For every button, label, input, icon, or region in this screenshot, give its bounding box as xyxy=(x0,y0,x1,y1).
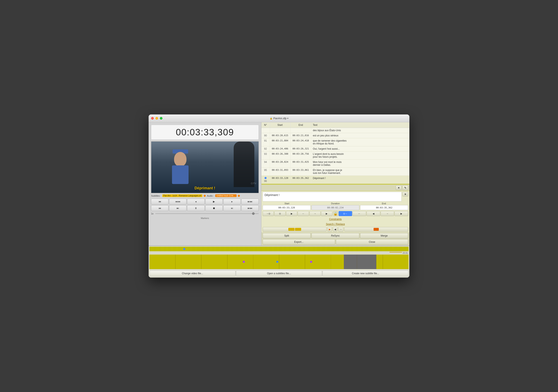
split-button[interactable]: Split xyxy=(263,233,311,238)
create-subtitle-button[interactable]: Create new subtitle file... xyxy=(323,270,409,276)
table-row[interactable]: 9100:03:21,88400:03:24,418que de ramener… xyxy=(262,138,410,146)
right-sync-group: ⊙→ ← ◀ → ▶ xyxy=(339,211,408,216)
start-time-input[interactable] xyxy=(263,205,311,210)
export-button[interactable]: Export... xyxy=(263,239,335,245)
waveform-main[interactable] xyxy=(149,255,409,269)
table-row[interactable]: 9000:03:20,61500:03:21,816est un peu plu… xyxy=(262,133,410,138)
subtitles-file-badge[interactable]: Pan Am - 1x14 - Romance Languages.srt xyxy=(162,194,202,197)
waveform-yellow-right xyxy=(376,255,409,269)
markers-ctrl-row: ▶ ◀ → xyxy=(262,226,410,232)
table-row[interactable]: 9200:03:24,48600:03:26,321Oui, l'argent … xyxy=(262,146,410,151)
table-row[interactable]: 9600:03:33,12800:03:35,362Déprimant ! xyxy=(262,176,410,184)
constraints-link[interactable]: Constraints xyxy=(329,218,342,221)
right-marker-bar xyxy=(344,227,408,232)
set-start-btn[interactable]: ⊙ xyxy=(274,211,285,216)
right-marker-btn[interactable]: → xyxy=(338,227,343,232)
next-frame-button[interactable]: ⏯ xyxy=(223,205,241,211)
bottom-buttons: Change video file... Open a subtitles fi… xyxy=(148,269,410,278)
play-end-btn[interactable]: ▶ xyxy=(394,211,408,216)
step-forward-button[interactable]: ▸ xyxy=(223,199,241,204)
back-start-btn[interactable]: ← xyxy=(298,211,309,216)
fast-forward-button[interactable]: ⏭⏭ xyxy=(241,199,259,204)
step-back-button[interactable]: ◂ xyxy=(187,199,204,204)
right-marker-orange xyxy=(374,228,379,231)
start-label: Start xyxy=(263,202,311,205)
table-row[interactable]: 9400:03:28,82400:03:31,025Mon futur est … xyxy=(262,160,410,168)
wf-tick-3 xyxy=(227,255,227,269)
cell-num: 94 xyxy=(262,160,270,168)
cell-end xyxy=(290,128,311,133)
cell-text: Eh bien, je suppose que je suis ton futu… xyxy=(311,168,410,176)
waveform-marker-purple-2 xyxy=(310,261,312,263)
table-row[interactable]: 9500:03:31,09300:03:33,061Eh bien, je su… xyxy=(262,168,410,176)
cell-num: 92 xyxy=(262,146,270,151)
speed-row: 1x xyxy=(151,212,259,215)
search-replace-row: Search / Replace xyxy=(262,221,410,226)
go-to-end-btn[interactable]: ⊙→ xyxy=(339,211,352,216)
stop-button[interactable]: ⏹ xyxy=(205,205,223,211)
titlebar-title: 🔒 PanAm.sfp ▾ xyxy=(270,117,288,120)
video-subtitle: Déprimant ! xyxy=(195,186,215,191)
watermark: CITV xyxy=(251,182,256,185)
speed-slider[interactable] xyxy=(155,213,259,214)
table-row[interactable]: 9300:03:26,38800:03:28,756L'argent dont … xyxy=(262,151,410,160)
prev-frame-button[interactable]: ⏭ xyxy=(169,205,186,211)
end-time-input[interactable] xyxy=(360,205,408,210)
markers-label: Markers xyxy=(151,217,259,219)
play-button[interactable]: ▶ xyxy=(205,199,223,204)
transport-row-1: ⏮ ⏮⏮ ◂ ▶ ▸ ⏭⏭ xyxy=(151,199,259,204)
edit-icon-button[interactable]: ✎ xyxy=(402,185,408,190)
cell-start: 00:03:31,093 xyxy=(270,168,290,176)
wf-tick-5 xyxy=(279,255,279,269)
maximize-button[interactable] xyxy=(160,117,163,120)
back-marker-btn[interactable]: ◀ xyxy=(333,227,337,232)
cell-num: 95 xyxy=(262,168,270,176)
cell-end: 00:03:33,061 xyxy=(290,168,311,176)
open-subtitles-button[interactable]: Open a subtitles file... xyxy=(236,270,322,276)
audio-file-badge[interactable]: Untitled track (Unk.... xyxy=(215,194,236,197)
cell-end: 00:03:28,756 xyxy=(290,151,311,160)
text-edit-side-buttons: ✕ xyxy=(402,192,408,196)
col-end: End xyxy=(290,122,311,128)
pause-button[interactable]: ⏸ xyxy=(187,205,204,211)
table-row[interactable]: des bijoux aux États-Unis xyxy=(262,128,410,133)
cell-end: 00:03:21,816 xyxy=(290,133,311,138)
cell-num: 93 xyxy=(262,151,270,160)
play-marker-btn[interactable]: ▶ xyxy=(327,227,332,232)
text-delete-button[interactable]: ✕ xyxy=(402,192,408,196)
prev-subtitle-button[interactable]: ⏮ xyxy=(151,205,168,211)
close-button[interactable] xyxy=(151,117,154,120)
wf-tick-6 xyxy=(305,255,305,269)
video-preview: CITV Déprimant ! xyxy=(151,141,259,193)
play-start-btn[interactable]: ▶ xyxy=(321,211,332,216)
subtitle-table-container: N° Start End Text des bijoux aux États-U… xyxy=(262,122,410,184)
resync-button[interactable]: ReSync xyxy=(312,233,359,238)
forward-end-btn[interactable]: → xyxy=(381,211,394,216)
waveform-mini[interactable] xyxy=(149,247,409,251)
action-row-1: Split ReSync Merge xyxy=(263,233,408,238)
prev-end-btn[interactable]: ◀ xyxy=(366,211,380,216)
skip-to-start-button[interactable]: ⏮ xyxy=(151,199,168,204)
cell-start: 00:03:24,486 xyxy=(270,146,290,151)
scale-bar xyxy=(390,252,402,253)
subtitle-text-input[interactable]: Déprimant ! xyxy=(263,192,401,201)
minimize-button[interactable] xyxy=(156,117,158,120)
rewind-button[interactable]: ⏮⏮ xyxy=(169,199,186,204)
play-from-start-btn[interactable]: ▶ xyxy=(286,211,297,216)
end-label: End xyxy=(360,202,408,205)
waveform-yellow-left xyxy=(149,255,344,269)
close-button-action[interactable]: Close xyxy=(336,239,408,245)
duration-time-input xyxy=(312,205,359,210)
delete-icon-button[interactable]: ✕ xyxy=(396,185,401,190)
figure-face xyxy=(174,152,186,166)
search-replace-link[interactable]: Search / Replace xyxy=(326,223,345,226)
next-subtitle-button[interactable]: ⏭⏭ xyxy=(241,205,259,211)
merge-button[interactable]: Merge xyxy=(360,233,408,238)
waveform-mini-bg xyxy=(149,247,409,251)
go-to-start-btn[interactable]: →⊙ xyxy=(263,211,274,216)
change-video-button[interactable]: Change video file... xyxy=(149,270,235,276)
main-window: 🔒 PanAm.sfp ▾ 00:03:33,309 xyxy=(148,114,410,278)
forward-start-btn[interactable]: → xyxy=(309,211,321,216)
back-end-btn[interactable]: ← xyxy=(352,211,366,216)
waveform-position-dot xyxy=(183,248,185,250)
